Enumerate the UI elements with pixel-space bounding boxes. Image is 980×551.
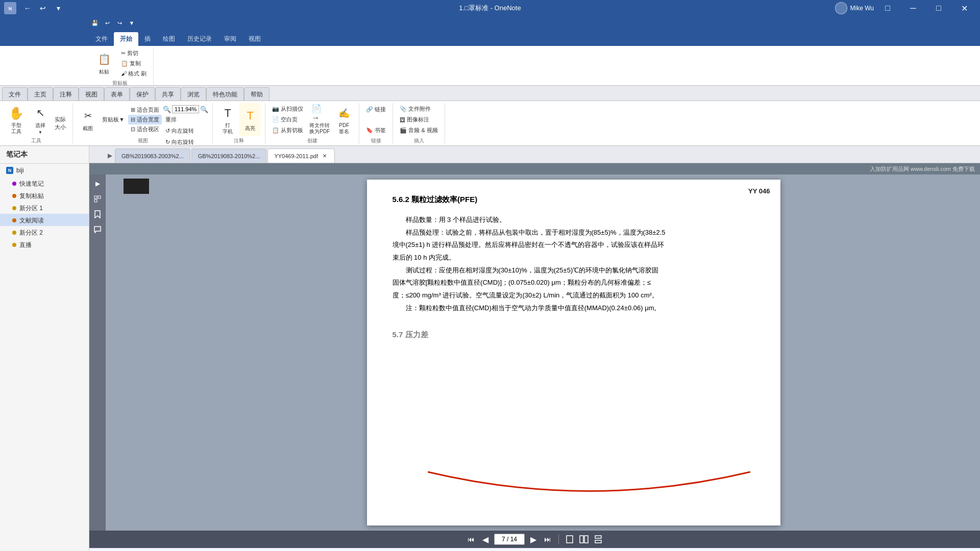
format-brush-button[interactable]: 🖌 格式 刷 (118, 68, 149, 79)
zoom-input[interactable]: 111.94% (172, 105, 199, 113)
section-live[interactable]: 直播 (0, 238, 89, 251)
insert-label: 插入 (414, 136, 424, 144)
pdf-para-2: 样品预处理：试验之前，将样品从包装中取出，置于相对湿度为(85±5)%，温度为(… (393, 227, 755, 239)
pdf-tab-form[interactable]: 表单 (104, 87, 130, 101)
actual-size-button[interactable]: 实际大小 (52, 115, 68, 125)
blank-page-button[interactable]: 📄 空白页 (270, 115, 306, 124)
undo-button[interactable]: ↩ (36, 1, 50, 15)
comment-panel-button[interactable] (91, 223, 104, 236)
create-col: 📷 从扫描仪 📄 空白页 📋 从剪切板 (270, 103, 306, 136)
maximize-button[interactable]: □ (927, 0, 950, 16)
next-page-button[interactable]: ▶ (528, 534, 539, 545)
copy-button[interactable]: 📋 复制 (118, 58, 149, 68)
convert-button[interactable]: 📄→ 将文件转换为PDF (307, 103, 332, 136)
img-note-button[interactable]: 🖼 图像标注 (397, 115, 440, 124)
tab-history[interactable]: 历史记录 (181, 32, 218, 46)
pdf-tab-help[interactable]: 帮助 (244, 87, 270, 101)
tab-label-yy2011: YY0469-2011.pdf (274, 153, 318, 159)
close-button[interactable]: ✕ (952, 0, 976, 16)
pdf-scroll-area[interactable]: YY 046 5.6.2 颗粒过滤效率(PFE) 样品数量：用 3 个样品进行试… (167, 174, 980, 531)
pdf-tab-annotate[interactable]: 注释 (53, 87, 79, 101)
redo-quick-btn[interactable]: ↪ (114, 17, 125, 29)
screenshot-button[interactable]: ✂ 截图 (77, 103, 99, 136)
pdf-tab-protect[interactable]: 保护 (130, 87, 155, 101)
paste-button[interactable]: 📋 粘贴 (91, 48, 117, 79)
bookmark-panel-button[interactable] (91, 208, 104, 220)
rotate-left-button[interactable]: ↺ 向左旋转 (163, 126, 208, 136)
first-page-button[interactable]: ⏮ (465, 534, 477, 545)
pdf-left-margin (106, 174, 167, 531)
save-quick-btn[interactable]: 💾 (89, 17, 101, 29)
last-page-button[interactable]: ⏭ (542, 534, 553, 545)
section-new1[interactable]: 新分区 1 (0, 202, 89, 214)
page-thumb-button[interactable] (91, 193, 104, 205)
from-clipboard-button[interactable]: 📋 从剪切板 (270, 126, 306, 135)
tab-file[interactable]: 文件 (89, 32, 114, 46)
tab-close-button[interactable]: ✕ (321, 153, 328, 160)
cut-button[interactable]: ✂ 剪切 (118, 48, 149, 58)
scan-button[interactable]: 📷 从扫描仪 (270, 104, 306, 114)
prev-page-button[interactable]: ◀ (480, 534, 491, 545)
fit-region-button[interactable]: ⊡ 适合视区 (128, 124, 162, 134)
notebook-writing-area[interactable] (89, 548, 980, 551)
notebook-name: biji (16, 167, 24, 174)
pdf-tab-view[interactable]: 视图 (79, 87, 104, 101)
nav-buttons: ← ↩ ▾ (20, 1, 65, 15)
scroll-view-button[interactable] (593, 534, 604, 545)
pdf-sign-button[interactable]: ✍ PDF签名 (333, 103, 355, 136)
tab-insert[interactable]: 插 (138, 32, 157, 46)
tab-gb2003[interactable]: GB%2019083-2003%2... (115, 148, 190, 163)
audio-video-button[interactable]: 🎬 音频 & 视频 (397, 126, 440, 135)
collapse-button[interactable]: ▶ (105, 148, 115, 163)
fit-page-button[interactable]: ⊞ 适合页面 (128, 105, 162, 115)
hand-tool-button[interactable]: ✋ 手型工具 (4, 103, 29, 136)
section-copy-paste[interactable]: 复制粘贴 (0, 189, 89, 202)
tab-gb2010[interactable]: GB%2019083-2010%2... (191, 148, 267, 163)
link-button[interactable]: 🔗 链接 (363, 104, 388, 114)
bookmark-button[interactable]: 🔖 书签 (363, 125, 388, 135)
pdf-content: 样品数量：用 3 个样品进行试验。 样品预处理：试验之前，将样品从包装中取出，置… (393, 214, 755, 315)
link-col: 🔗 链接 🔖 书签 (363, 103, 388, 136)
reorder-button[interactable]: 重排 (163, 115, 208, 124)
select-button[interactable]: ↖ 选择 ▼ (30, 103, 51, 136)
highlight-button[interactable]: T 高亮 (239, 103, 261, 136)
back-button[interactable]: ← (20, 1, 35, 15)
highlight-icon: T (242, 108, 258, 124)
pdf-tab-home[interactable]: 主页 (28, 87, 53, 101)
main-layout: 笔记本 N biji 快速笔记 复制粘贴 新分区 1 文献阅读 新分区 2 直播 (0, 146, 980, 551)
notebook-item[interactable]: N biji (0, 164, 89, 177)
pdf-tab-browse[interactable]: 浏览 (181, 87, 206, 101)
undo-quick-btn[interactable]: ↩ (102, 17, 113, 29)
pdf-tab-file[interactable]: 文件 (2, 87, 28, 101)
customize-quick-btn[interactable]: ▼ (126, 17, 137, 29)
attachment-button[interactable]: 📎 文件附件 (397, 104, 440, 114)
pdf-tab-features[interactable]: 特色功能 (206, 87, 244, 101)
user-area: Mike Wu (835, 2, 874, 14)
section-quick-notes[interactable]: 快速笔记 (0, 177, 89, 189)
tab-draw[interactable]: 绘图 (157, 32, 181, 46)
clipboard-col: ✂ 剪切 📋 复制 🖌 格式 刷 (118, 48, 149, 79)
fit-width-button[interactable]: ⊟ 适合宽度 (128, 115, 162, 124)
section-dot-literature (12, 218, 16, 222)
svg-rect-3 (98, 196, 101, 198)
window-layout-button[interactable]: □ (876, 0, 899, 16)
expand-nav-button[interactable]: ▶ (91, 178, 104, 190)
pdf-tab-share[interactable]: 共享 (155, 87, 181, 101)
tab-view[interactable]: 视图 (242, 32, 267, 46)
page-number-input[interactable] (494, 534, 525, 545)
link-label: 链接 (371, 136, 381, 144)
minimize-button[interactable]: ─ (901, 0, 925, 16)
section-literature[interactable]: 文献阅读 (0, 214, 89, 226)
section-new2[interactable]: 新分区 2 (0, 226, 89, 238)
tab-review[interactable]: 审阅 (218, 32, 242, 46)
tab-home[interactable]: 开始 (114, 32, 138, 46)
pdf-para-6: 固体气溶胶[颗粒粒数中值直径(CMD)]；(0.075±0.020) μm；颗粒… (393, 277, 755, 289)
redo-button[interactable]: ▾ (51, 1, 65, 15)
two-page-view-button[interactable] (578, 534, 590, 545)
single-page-view-button[interactable] (564, 534, 575, 545)
clip-board-button[interactable]: 剪贴板▼ (100, 115, 127, 125)
ribbon-extra (154, 48, 980, 85)
typewriter-button[interactable]: T 打字机 (217, 103, 238, 136)
tab-yy2011[interactable]: YY0469-2011.pdf ✕ (267, 148, 335, 163)
link-icon: 🔗 (366, 106, 373, 113)
